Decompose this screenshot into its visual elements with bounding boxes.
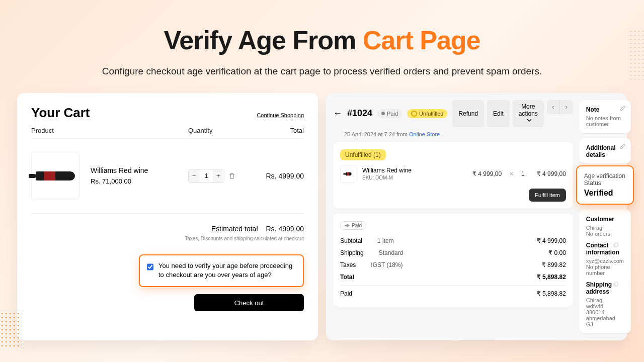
paid-tag: Paid [340,221,366,230]
col-total: Total [264,127,304,134]
age-verification-status-card: Age verification Status Verified [576,165,634,205]
paid-badge: Paid [377,109,402,118]
source-link[interactable]: Online Store [409,131,440,137]
line-total: Rs. 4999,00 [264,172,304,180]
clipboard-icon[interactable] [613,242,619,248]
line-item: Williams Red wine SKU: DOM-M ₹ 4 999,00 … [340,165,566,183]
cart-panel: Your Cart Continue Shopping Product Quan… [17,93,318,340]
decoration-dots [629,29,644,79]
col-quantity: Quantity [188,127,264,134]
hero-section: Verify Age From Cart Page Configure chec… [0,0,644,79]
estimated-value: Rs. 4999,00 [266,225,304,233]
page-title: Verify Age From Cart Page [0,25,644,55]
order-id: #1024 [347,108,372,119]
next-button[interactable]: › [560,100,573,114]
line-item-sku: SKU: DOM-M [362,175,467,180]
age-verify-box: You need to verify your age before proce… [139,254,304,288]
more-actions-button[interactable]: More actions [513,100,544,127]
qty-increase-button[interactable]: + [213,169,224,183]
cart-item-row: Williams Red wine Rs. 71,000.00 − + Rs. … [31,152,304,214]
estimated-label: Estimated total [211,225,258,233]
unfulfilled-tag: Unfulfilled (1) [340,149,386,160]
clipboard-icon[interactable] [613,281,619,287]
col-product: Product [31,127,188,134]
age-verify-checkbox[interactable] [147,262,153,272]
edit-button[interactable]: Edit [487,100,510,127]
verification-status: Verified [584,189,626,198]
qty-input[interactable] [200,169,213,183]
fulfillment-card: Unfulfilled (1) Williams Red wine SKU: D… [333,142,573,209]
tax-note: Taxes, Discounts and shipping calculated… [31,236,304,241]
chevron-down-icon [527,118,532,123]
svg-rect-0 [615,243,618,247]
product-title: Williams Red wine [91,166,188,174]
back-arrow-icon[interactable]: ← [333,108,342,119]
checkout-button[interactable]: Check out [194,294,304,311]
multiply-icon: × [510,170,513,177]
order-date: 25 April 2024 at 7.24 from Online Store [344,131,573,137]
customer-link[interactable]: Chirag [586,225,624,231]
note-card: Note No notes from customer [579,100,631,133]
prev-button[interactable]: ‹ [547,100,560,114]
trash-icon[interactable] [228,172,235,179]
page-subtitle: Configure checkout age verification at t… [0,64,644,79]
cart-columns: Product Quantity Total [31,127,304,139]
line-item-image [340,165,357,183]
pencil-icon[interactable] [620,105,626,111]
pager: ‹ › [547,100,573,127]
continue-shopping-link[interactable]: Continue Shopping [257,112,304,118]
order-panel: ← #1024 Paid Unfulfilled Refund Edit Mor… [326,93,627,340]
line-item-qty: 1 [521,170,525,177]
svg-rect-1 [615,282,618,286]
pencil-icon[interactable] [620,143,626,149]
product-image [31,152,79,200]
refund-button[interactable]: Refund [452,100,484,127]
product-price: Rs. 71,000.00 [91,177,188,185]
line-item-total: ₹ 4 999,00 [537,170,566,177]
fulfill-item-button[interactable]: Fulfill item [529,189,566,202]
email-link[interactable]: xyz@czzlv.com [586,258,624,264]
cart-title: Your Cart [31,105,90,121]
unfulfilled-badge: Unfulfilled [407,109,447,118]
additional-details-card: Additional details [579,138,631,163]
age-verify-label: You need to verify your age before proce… [158,261,296,281]
quantity-stepper[interactable]: − + [188,169,224,183]
customer-card: Customer Chirag No orders Contact inform… [579,210,631,333]
payment-card: Paid Subtotal1 item₹ 4 999,00 ShippingSt… [333,214,573,307]
qty-decrease-button[interactable]: − [189,169,200,183]
line-item-price: ₹ 4 999,00 [472,170,502,177]
line-item-title: Williams Red wine [362,167,467,174]
decoration-dots [0,312,22,347]
